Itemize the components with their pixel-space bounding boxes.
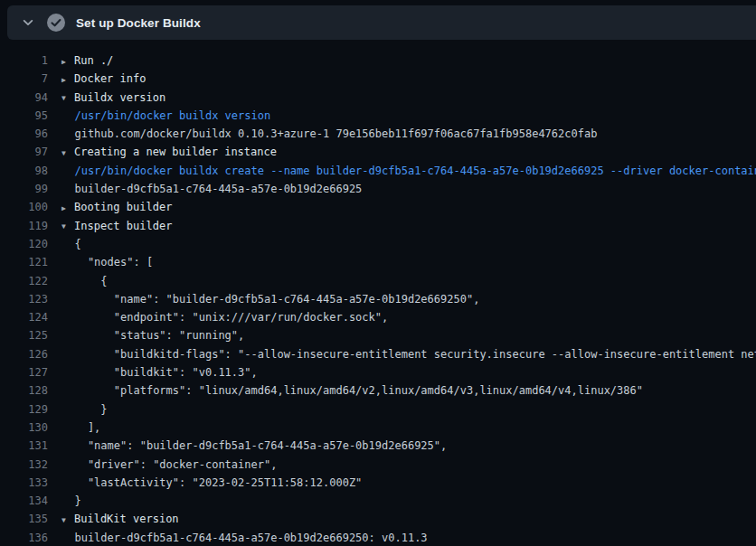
line-number[interactable]: 94 — [0, 89, 48, 107]
line-number[interactable]: 136 — [0, 529, 48, 546]
group-title-label: BuildKit version — [74, 513, 179, 525]
log-line: 126 "buildkitd-flags": "--allow-insecure… — [0, 345, 756, 363]
line-number[interactable]: 120 — [0, 235, 48, 253]
group-title-label: Inspect builder — [74, 220, 172, 232]
log-line: 132 "driver": "docker-container", — [0, 456, 756, 474]
output-text: "platforms": "linux/amd64,linux/amd64/v2… — [48, 381, 643, 400]
step-header[interactable]: Set up Docker Buildx — [7, 5, 756, 40]
output-text: { — [48, 272, 108, 290]
group-title: ▼Creating a new builder instance — [48, 143, 277, 161]
output-text: "status": "running", — [48, 326, 244, 344]
group-title-label: Run ./ — [74, 54, 113, 67]
group-title-label: Creating a new builder instance — [74, 146, 277, 158]
output-text: ], — [48, 419, 100, 437]
command-text: /usr/bin/docker buildx version — [48, 107, 270, 125]
group-title: ▶Run ./ — [48, 52, 113, 70]
line-number[interactable]: 121 — [0, 253, 48, 271]
triangle-right-icon: ▶ — [61, 200, 74, 218]
group-title-label: Booting builder — [74, 201, 172, 213]
triangle-down-icon: ▼ — [61, 145, 74, 163]
group-title: ▶Booting builder — [48, 198, 172, 216]
line-number[interactable]: 132 — [0, 456, 48, 474]
output-text: builder-d9cfb5a1-c764-445a-a57e-0b19d2e6… — [48, 529, 428, 546]
triangle-right-icon: ▶ — [61, 53, 74, 71]
command-text: /usr/bin/docker buildx create --name bui… — [48, 162, 756, 180]
log-line[interactable]: 94▼Buildx version — [0, 89, 756, 107]
triangle-right-icon: ▶ — [61, 71, 74, 89]
output-text: builder-d9cfb5a1-c764-445a-a57e-0b19d2e6… — [48, 180, 362, 198]
group-title: ▼Inspect builder — [48, 217, 172, 235]
log-line: 123 "name": "builder-d9cfb5a1-c764-445a-… — [0, 290, 756, 308]
output-text: "endpoint": "unix:///var/run/docker.sock… — [48, 308, 388, 326]
log-line: 133 "lastActivity": "2023-02-25T11:58:12… — [0, 474, 756, 492]
line-number[interactable]: 99 — [0, 180, 48, 198]
log-line: 134 } — [0, 492, 756, 510]
line-number[interactable]: 96 — [0, 125, 48, 143]
line-number[interactable]: 122 — [0, 272, 48, 290]
line-number[interactable]: 7 — [0, 70, 48, 88]
line-number[interactable]: 130 — [0, 419, 48, 437]
group-title-label: Docker info — [74, 72, 146, 85]
output-text: } — [48, 492, 81, 510]
log-line: 120 { — [0, 235, 756, 253]
line-number[interactable]: 125 — [0, 326, 48, 344]
line-number[interactable]: 126 — [0, 345, 48, 363]
log-line: 125 "status": "running", — [0, 326, 756, 344]
log-line[interactable]: 100▶Booting builder — [0, 198, 756, 216]
output-text: { — [48, 235, 81, 253]
log-line[interactable]: 119▼Inspect builder — [0, 217, 756, 235]
output-text: "name": "builder-d9cfb5a1-c764-445a-a57e… — [48, 290, 479, 308]
step-status-check-icon — [47, 14, 65, 32]
line-number[interactable]: 124 — [0, 308, 48, 326]
line-number[interactable]: 128 — [0, 381, 48, 400]
output-text: "lastActivity": "2023-02-25T11:58:12.000… — [48, 474, 362, 492]
log-line: 95 /usr/bin/docker buildx version — [0, 107, 756, 125]
line-number[interactable]: 119 — [0, 217, 48, 235]
log-line: 127 "buildkit": "v0.11.3", — [0, 363, 756, 381]
chevron-down-icon[interactable] — [20, 14, 36, 31]
output-text: "nodes": [ — [48, 253, 153, 271]
group-title: ▼BuildKit version — [48, 510, 179, 528]
line-number[interactable]: 98 — [0, 162, 48, 180]
log-line: 122 { — [0, 272, 756, 290]
group-title: ▼Buildx version — [48, 89, 165, 107]
log-line: 98 /usr/bin/docker buildx create --name … — [0, 162, 756, 180]
line-number[interactable]: 95 — [0, 107, 48, 125]
log-line: 99 builder-d9cfb5a1-c764-445a-a57e-0b19d… — [0, 180, 756, 198]
output-text: "driver": "docker-container", — [48, 456, 277, 474]
output-text: github.com/docker/buildx 0.10.3+azure-1 … — [48, 125, 597, 143]
log-line[interactable]: 7▶Docker info — [0, 70, 756, 88]
output-text: "buildkit": "v0.11.3", — [48, 363, 258, 381]
step-title: Set up Docker Buildx — [76, 16, 201, 30]
line-number[interactable]: 129 — [0, 400, 48, 419]
line-number[interactable]: 1 — [0, 52, 48, 70]
group-title-label: Buildx version — [74, 91, 165, 104]
log-line: 136 builder-d9cfb5a1-c764-445a-a57e-0b19… — [0, 529, 756, 546]
group-title: ▶Docker info — [48, 70, 146, 88]
log-line: 128 "platforms": "linux/amd64,linux/amd6… — [0, 381, 756, 400]
output-text: "buildkitd-flags": "--allow-insecure-ent… — [48, 345, 756, 363]
log-line[interactable]: 135▼BuildKit version — [0, 510, 756, 528]
line-number[interactable]: 135 — [0, 510, 48, 528]
line-number[interactable]: 97 — [0, 143, 48, 161]
line-number[interactable]: 131 — [0, 437, 48, 455]
line-number[interactable]: 134 — [0, 492, 48, 510]
log-line: 121 "nodes": [ — [0, 253, 756, 271]
log-line: 124 "endpoint": "unix:///var/run/docker.… — [0, 308, 756, 326]
output-text: "name": "builder-d9cfb5a1-c764-445a-a57e… — [48, 437, 447, 455]
triangle-down-icon: ▼ — [61, 218, 74, 236]
line-number[interactable]: 123 — [0, 290, 48, 308]
triangle-down-icon: ▼ — [61, 89, 74, 108]
log-line[interactable]: 97▼Creating a new builder instance — [0, 143, 756, 161]
output-text: } — [48, 400, 108, 419]
log-line: 130 ], — [0, 419, 756, 437]
log-line: 129 } — [0, 400, 756, 419]
log-line: 131 "name": "builder-d9cfb5a1-c764-445a-… — [0, 437, 756, 455]
line-number[interactable]: 133 — [0, 474, 48, 492]
line-number[interactable]: 127 — [0, 363, 48, 381]
line-number[interactable]: 100 — [0, 198, 48, 216]
log-lines: 1▶Run ./7▶Docker info94▼Buildx version95… — [0, 40, 756, 546]
log-line: 96 github.com/docker/buildx 0.10.3+azure… — [0, 125, 756, 143]
triangle-down-icon: ▼ — [61, 512, 74, 530]
log-line[interactable]: 1▶Run ./ — [0, 52, 756, 70]
